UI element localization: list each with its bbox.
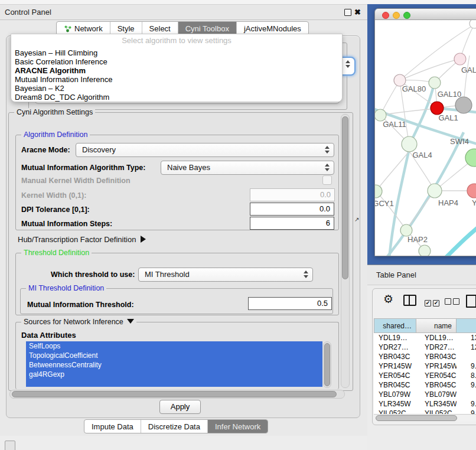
dpi-tolerance-field[interactable]: 0.0 bbox=[250, 203, 334, 216]
mi-type-combobox[interactable]: Naive Bayes bbox=[161, 161, 334, 175]
sources-expander[interactable]: Sources for Network Inference bbox=[21, 318, 136, 326]
table-row[interactable]: YDR27…YDR27…12 bbox=[374, 343, 476, 352]
tab-select[interactable]: Select bbox=[142, 22, 178, 35]
table-row[interactable]: YBR045CYBR045C9. bbox=[374, 380, 476, 390]
settings-scrollbar-track[interactable] bbox=[341, 114, 350, 388]
algorithm-option-basic-correlation-inference[interactable]: Basic Correlation Inference bbox=[15, 57, 107, 66]
network-node-hap2[interactable] bbox=[400, 224, 412, 236]
column-header-name[interactable]: name bbox=[416, 318, 457, 333]
tab-network-label: Network bbox=[74, 24, 103, 33]
gear-icon[interactable]: ⚙ bbox=[383, 292, 393, 306]
column-header-partial[interactable] bbox=[457, 318, 476, 333]
attribute-item-betweennesscentrality[interactable]: BetweennessCentrality bbox=[26, 360, 322, 370]
table-hscrollbar-thumb[interactable] bbox=[376, 415, 457, 421]
algorithm-definition-title: Algorithm Definition bbox=[21, 131, 90, 139]
kernel-width-field[interactable]: 0.0 bbox=[250, 188, 335, 201]
close-traffic-light-icon[interactable] bbox=[382, 12, 389, 19]
control-panel-title: Control Panel bbox=[5, 8, 51, 17]
algorithm-option-bayesian-k2[interactable]: Bayesian – K2 bbox=[15, 84, 64, 93]
table-cell: YIL052C bbox=[374, 409, 416, 414]
network-node-y[interactable] bbox=[467, 184, 476, 198]
algorithm-option-bayesian-hill-climbing[interactable]: Bayesian – Hill Climbing bbox=[15, 48, 97, 57]
table-cell: YBL079W bbox=[374, 390, 416, 399]
which-threshold-combobox[interactable]: MI Threshold bbox=[138, 268, 313, 282]
dock-restore-icon[interactable] bbox=[5, 441, 15, 450]
algorithm-option-dream8-dc-tdc-algorithm[interactable]: Dream8 DC_TDC Algorithm bbox=[15, 93, 109, 102]
table-cell: 9. bbox=[457, 399, 476, 409]
mi-threshold-field[interactable]: 0.5 bbox=[248, 297, 332, 310]
column-header-shared[interactable]: shared… bbox=[374, 318, 416, 333]
table-cell: YER054C bbox=[416, 371, 457, 380]
network-node-gal4[interactable] bbox=[402, 136, 417, 152]
table-cell: YLR345W bbox=[374, 399, 416, 409]
zoom-traffic-light-icon[interactable] bbox=[403, 12, 410, 19]
table-rows[interactable]: YDL19…YDL19…13YDR27…YDR27…12YBR043CYBR04… bbox=[374, 333, 476, 414]
network-node-gal11[interactable] bbox=[375, 109, 386, 121]
table-row[interactable]: YBR043CYBR043C bbox=[374, 352, 476, 361]
bottom-tabs: Impute DataDiscretize DataInfer Network bbox=[84, 419, 268, 433]
document-icon[interactable] bbox=[466, 295, 476, 308]
dpi-tolerance-label: DPI Tolerance [0,1]: bbox=[21, 206, 90, 214]
table-row[interactable]: YLR345WYLR345W9. bbox=[374, 399, 476, 409]
unchecked-boxes-icon[interactable] bbox=[445, 296, 461, 307]
checkbox-checked-icon: ✔ bbox=[433, 300, 439, 306]
data-attributes-list[interactable]: SelfLoopsTopologicalCoefficientBetweenne… bbox=[26, 341, 322, 387]
network-view-window: GALGAL80GAL10GAL1GAL11SWI4GAL4GCY1HAP4YH… bbox=[374, 8, 476, 256]
table-row[interactable]: YPR145WYPR145W9. bbox=[374, 361, 476, 371]
settings-hscrollbar-thumb[interactable] bbox=[12, 391, 337, 397]
table-row[interactable]: YER054CYER054C8. bbox=[374, 371, 476, 380]
combo-spinner-icon bbox=[325, 164, 330, 171]
cyni-algorithm-settings-title: Cyni Algorithm Settings bbox=[14, 108, 95, 116]
columns-icon[interactable] bbox=[403, 295, 416, 306]
table-row[interactable]: YDL19…YDL19…13 bbox=[374, 333, 476, 343]
mi-threshold-definition-title: MI Threshold Definition bbox=[26, 284, 106, 292]
aracne-mode-value: Discovery bbox=[82, 145, 116, 154]
mi-steps-field[interactable]: 6 bbox=[250, 217, 334, 230]
table-cell: YBR043C bbox=[374, 352, 416, 361]
table-row[interactable]: YIL052CYIL052C9. bbox=[374, 409, 476, 414]
table-cell: 9. bbox=[457, 361, 476, 371]
apply-button[interactable]: Apply bbox=[159, 400, 201, 414]
settings-hscrollbar-track[interactable] bbox=[9, 390, 345, 399]
algorithm-dropdown-popup: Select algorithm to view settings Bayesi… bbox=[11, 34, 343, 102]
float-icon[interactable] bbox=[344, 9, 351, 16]
algorithm-option-mutual-information-inference[interactable]: Mutual Information Inference bbox=[15, 75, 112, 84]
minimize-traffic-light-icon[interactable] bbox=[393, 12, 400, 19]
bottom-tab-discretize-data[interactable]: Discretize Data bbox=[141, 420, 208, 433]
bottom-tab-infer-network[interactable]: Infer Network bbox=[208, 420, 268, 433]
network-node-gal[interactable] bbox=[454, 53, 466, 65]
network-canvas[interactable]: GALGAL80GAL10GAL1GAL11SWI4GAL4GCY1HAP4YH… bbox=[375, 20, 476, 256]
hub-definition-expander[interactable]: Hub/Transcription Factor Definition bbox=[18, 235, 146, 244]
table-hscrollbar-track[interactable] bbox=[374, 414, 476, 422]
tab-style[interactable]: Style bbox=[110, 22, 142, 35]
manual-kernel-checkbox[interactable] bbox=[322, 175, 332, 185]
network-node[interactable] bbox=[419, 245, 431, 256]
attr-list-scrollbar-thumb[interactable] bbox=[324, 343, 330, 386]
node-label-gal80: GAL80 bbox=[402, 84, 426, 93]
bottom-tab-impute-data[interactable]: Impute Data bbox=[84, 420, 141, 433]
network-node-gal1[interactable] bbox=[431, 102, 444, 115]
attribute-item-selfloops[interactable]: SelfLoops bbox=[26, 341, 322, 351]
attribute-item[interactable] bbox=[26, 379, 322, 387]
aracne-mode-label: Aracne Mode: bbox=[21, 146, 70, 154]
attribute-item-gal4rgexp[interactable]: gal4RGexp bbox=[26, 370, 322, 379]
tab-jactivemnodules[interactable]: jActiveMNodules bbox=[237, 22, 308, 35]
checkbox-empty-icon bbox=[453, 298, 459, 305]
attr-list-scrollbar-track[interactable] bbox=[323, 341, 331, 388]
network-window-titlebar[interactable] bbox=[375, 9, 476, 20]
algorithm-option-aracne-algorithm[interactable]: ARACNE Algorithm bbox=[15, 66, 86, 75]
settings-scrollbar-thumb[interactable] bbox=[342, 116, 348, 279]
checked-boxes-icon[interactable]: ✔✔ bbox=[425, 296, 441, 307]
tab-cyni-toolbox[interactable]: Cyni Toolbox bbox=[178, 22, 237, 35]
table-panel: ⚙ ✔✔ shared… name YDL19…YDL19…13YDR27…YD… bbox=[372, 288, 476, 425]
tab-network[interactable]: Network bbox=[57, 22, 110, 35]
network-node[interactable] bbox=[455, 97, 472, 113]
node-label-hap4: HAP4 bbox=[438, 198, 458, 207]
aracne-mode-combobox[interactable]: Discovery bbox=[76, 143, 334, 157]
network-node-gcy1[interactable] bbox=[375, 185, 382, 198]
network-node-gal10[interactable] bbox=[429, 77, 441, 89]
close-icon[interactable]: ✖ bbox=[354, 8, 361, 16]
attribute-item-topologicalcoefficient[interactable]: TopologicalCoefficient bbox=[26, 351, 322, 360]
table-row[interactable]: YBL079WYBL079W bbox=[374, 390, 476, 399]
network-node-hap4[interactable] bbox=[428, 184, 442, 198]
